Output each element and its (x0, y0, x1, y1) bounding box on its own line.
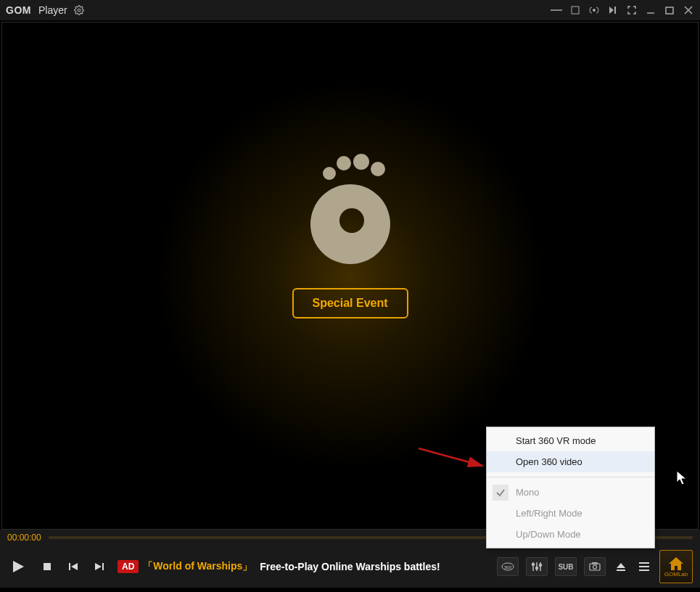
svg-point-29 (593, 565, 597, 569)
menu-item-mono: Mono (487, 482, 654, 503)
menu-separator (487, 477, 654, 477)
home-label: GOMLab (664, 571, 688, 577)
svg-line-37 (419, 448, 482, 466)
titlebar: GOM Player (0, 0, 700, 20)
svg-rect-19 (102, 563, 104, 570)
svg-text:360: 360 (504, 565, 512, 570)
arrow-annotation-icon (417, 444, 490, 473)
svg-rect-32 (617, 570, 625, 571)
app-title: GOM Player (6, 4, 85, 16)
svg-point-0 (78, 9, 81, 12)
svg-point-13 (370, 162, 384, 176)
svg-marker-17 (71, 563, 78, 570)
play-button[interactable] (7, 556, 29, 577)
mouse-cursor-icon (676, 470, 688, 486)
svg-rect-7 (666, 7, 673, 14)
maximize-icon[interactable] (664, 4, 675, 16)
svg-rect-2 (572, 7, 579, 14)
svg-point-10 (322, 167, 335, 180)
menu-item-up-down: Up/Down Mode (487, 524, 654, 545)
svg-rect-15 (44, 563, 51, 570)
control-bar: AD 「World of Warships」 Free-to-Play Onli… (0, 546, 700, 588)
svg-point-3 (593, 9, 596, 12)
svg-marker-18 (95, 563, 102, 570)
minimize-icon[interactable] (645, 4, 656, 16)
eject-button[interactable] (613, 559, 629, 575)
brand-light: Player (38, 4, 67, 16)
svg-rect-28 (590, 564, 600, 570)
svg-rect-16 (69, 563, 70, 570)
gomlab-home-button[interactable]: GOMLab (659, 550, 693, 583)
context-menu-360: Start 360 VR mode Open 360 video Mono Le… (486, 427, 655, 548)
svg-marker-14 (13, 561, 24, 572)
360-button[interactable]: 360 (497, 557, 519, 576)
play-speed-icon[interactable] (607, 4, 619, 16)
svg-marker-36 (669, 557, 683, 570)
playlist-button[interactable] (636, 559, 652, 575)
svg-point-27 (540, 564, 542, 567)
ad-title: 「World of Warships」 (143, 560, 252, 573)
svg-rect-5 (614, 7, 616, 14)
equalizer-button[interactable] (526, 557, 548, 576)
right-control-icons: 360 SUB GOMLab (497, 550, 693, 583)
ad-text: Free-to-Play Online Warships battles! (260, 561, 440, 572)
svg-point-26 (536, 567, 538, 570)
stop-button[interactable] (39, 559, 55, 575)
ad-banner[interactable]: AD 「World of Warships」 Free-to-Play Onli… (118, 560, 487, 573)
menu-item-start-360-vr[interactable]: Start 360 VR mode (487, 430, 654, 451)
fullscreen-icon[interactable] (626, 4, 638, 16)
svg-marker-4 (609, 7, 614, 14)
check-icon (493, 485, 508, 501)
ad-badge: AD (118, 560, 139, 573)
screenshot-button[interactable] (584, 557, 606, 576)
audio-icon[interactable] (588, 4, 600, 16)
close-icon[interactable] (683, 4, 694, 16)
next-button[interactable] (91, 559, 107, 575)
gear-icon[interactable] (73, 4, 85, 16)
svg-point-25 (532, 564, 535, 566)
subtitle-button[interactable]: SUB (555, 557, 577, 576)
svg-point-11 (336, 156, 350, 170)
svg-point-12 (353, 154, 368, 170)
miniplayer-icon[interactable] (569, 4, 581, 16)
special-event-button[interactable]: Special Event (292, 288, 408, 318)
menu-collapse-icon[interactable] (551, 4, 562, 16)
svg-marker-31 (617, 563, 625, 568)
brand-bold: GOM (6, 4, 31, 16)
prev-button[interactable] (65, 559, 81, 575)
logo-area: Special Event (292, 152, 408, 318)
menu-item-open-360-video[interactable]: Open 360 video (487, 451, 654, 472)
menu-item-mono-label: Mono (516, 487, 540, 498)
home-icon (668, 556, 684, 571)
current-time: 00:00:00 (7, 533, 41, 543)
title-controls (551, 4, 694, 16)
menu-item-left-right: Left/Right Mode (487, 503, 654, 524)
gom-foot-logo-icon (295, 152, 404, 268)
